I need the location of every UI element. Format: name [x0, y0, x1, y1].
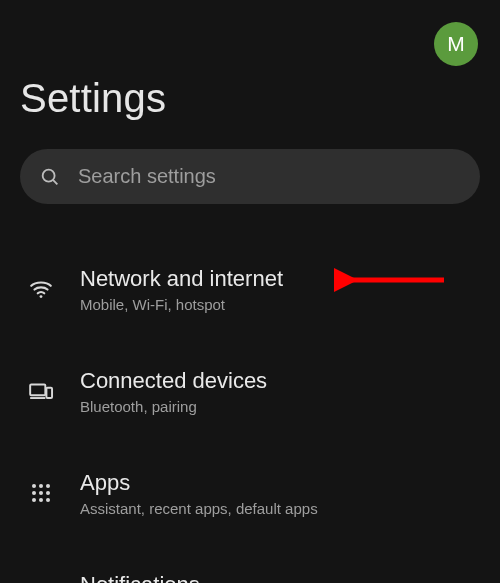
page-title: Settings	[20, 76, 480, 121]
svg-point-0	[43, 169, 55, 181]
svg-point-14	[39, 498, 43, 502]
item-texts: Apps Assistant, recent apps, default app…	[80, 469, 318, 517]
svg-point-12	[46, 491, 50, 495]
svg-point-7	[32, 484, 36, 488]
item-subtitle: Mobile, Wi-Fi, hotspot	[80, 296, 283, 313]
item-subtitle: Bluetooth, pairing	[80, 398, 267, 415]
item-texts: Connected devices Bluetooth, pairing	[80, 367, 267, 415]
svg-point-13	[32, 498, 36, 502]
svg-point-15	[46, 498, 50, 502]
item-apps[interactable]: Apps Assistant, recent apps, default app…	[22, 442, 480, 544]
item-title: Notifications	[80, 571, 302, 583]
svg-point-9	[46, 484, 50, 488]
svg-rect-4	[30, 385, 45, 396]
item-title: Apps	[80, 469, 318, 497]
svg-point-11	[39, 491, 43, 495]
item-title: Connected devices	[80, 367, 267, 395]
notifications-icon	[22, 576, 60, 583]
svg-point-10	[32, 491, 36, 495]
svg-point-8	[39, 484, 43, 488]
item-texts: Notifications Notification history, conv…	[80, 571, 302, 583]
devices-icon	[22, 372, 60, 410]
settings-screen: M Settings Network and internet	[0, 0, 500, 583]
item-subtitle: Assistant, recent apps, default apps	[80, 500, 318, 517]
avatar[interactable]: M	[434, 22, 478, 66]
settings-list: Network and internet Mobile, Wi-Fi, hots…	[20, 238, 480, 583]
apps-icon	[22, 474, 60, 512]
annotation-arrow	[334, 260, 454, 300]
search-bar[interactable]	[20, 149, 480, 204]
svg-point-2	[40, 295, 43, 298]
item-title: Network and internet	[80, 265, 283, 293]
item-network-and-internet[interactable]: Network and internet Mobile, Wi-Fi, hots…	[22, 238, 480, 340]
avatar-letter: M	[447, 32, 465, 56]
search-input[interactable]	[76, 164, 462, 189]
svg-rect-6	[46, 388, 52, 398]
item-texts: Network and internet Mobile, Wi-Fi, hots…	[80, 265, 283, 313]
wifi-icon	[22, 270, 60, 308]
svg-line-1	[53, 179, 57, 183]
search-icon	[38, 165, 62, 189]
item-notifications[interactable]: Notifications Notification history, conv…	[22, 544, 480, 583]
item-connected-devices[interactable]: Connected devices Bluetooth, pairing	[22, 340, 480, 442]
